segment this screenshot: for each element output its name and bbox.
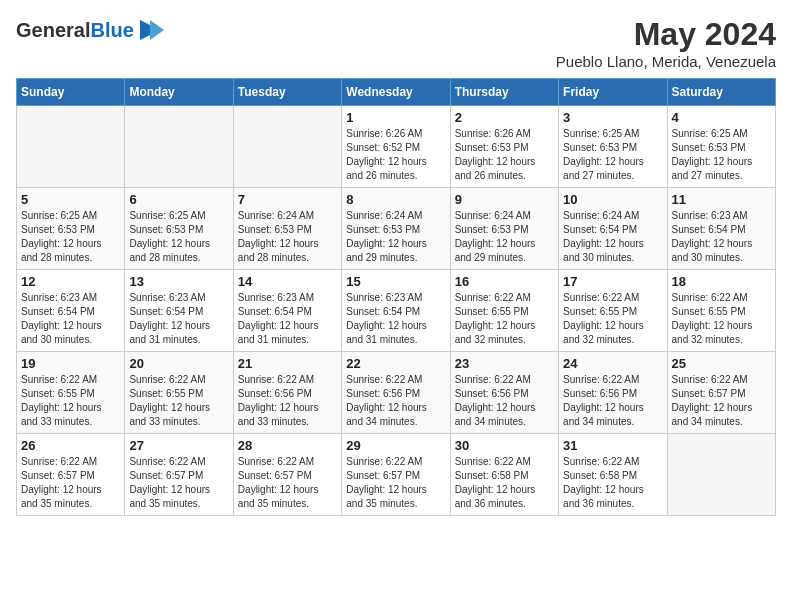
day-number: 20 — [129, 356, 228, 371]
calendar-week-3: 12Sunrise: 6:23 AM Sunset: 6:54 PM Dayli… — [17, 270, 776, 352]
day-detail: Sunrise: 6:22 AM Sunset: 6:55 PM Dayligh… — [563, 291, 662, 347]
calendar-table: SundayMondayTuesdayWednesdayThursdayFrid… — [16, 78, 776, 516]
day-detail: Sunrise: 6:22 AM Sunset: 6:56 PM Dayligh… — [563, 373, 662, 429]
header-monday: Monday — [125, 79, 233, 106]
calendar-cell: 7Sunrise: 6:24 AM Sunset: 6:53 PM Daylig… — [233, 188, 341, 270]
day-number: 15 — [346, 274, 445, 289]
day-detail: Sunrise: 6:24 AM Sunset: 6:54 PM Dayligh… — [563, 209, 662, 265]
day-number: 7 — [238, 192, 337, 207]
calendar-cell: 2Sunrise: 6:26 AM Sunset: 6:53 PM Daylig… — [450, 106, 558, 188]
day-number: 12 — [21, 274, 120, 289]
calendar-cell: 5Sunrise: 6:25 AM Sunset: 6:53 PM Daylig… — [17, 188, 125, 270]
day-number: 23 — [455, 356, 554, 371]
day-detail: Sunrise: 6:22 AM Sunset: 6:57 PM Dayligh… — [21, 455, 120, 511]
logo-icon — [136, 16, 164, 44]
header-sunday: Sunday — [17, 79, 125, 106]
day-number: 6 — [129, 192, 228, 207]
calendar-cell: 11Sunrise: 6:23 AM Sunset: 6:54 PM Dayli… — [667, 188, 775, 270]
calendar-cell: 10Sunrise: 6:24 AM Sunset: 6:54 PM Dayli… — [559, 188, 667, 270]
day-detail: Sunrise: 6:26 AM Sunset: 6:53 PM Dayligh… — [455, 127, 554, 183]
calendar-cell: 31Sunrise: 6:22 AM Sunset: 6:58 PM Dayli… — [559, 434, 667, 516]
calendar-cell: 25Sunrise: 6:22 AM Sunset: 6:57 PM Dayli… — [667, 352, 775, 434]
header-friday: Friday — [559, 79, 667, 106]
day-number: 29 — [346, 438, 445, 453]
day-detail: Sunrise: 6:22 AM Sunset: 6:57 PM Dayligh… — [129, 455, 228, 511]
calendar-cell: 3Sunrise: 6:25 AM Sunset: 6:53 PM Daylig… — [559, 106, 667, 188]
day-number: 5 — [21, 192, 120, 207]
day-number: 18 — [672, 274, 771, 289]
calendar-cell: 29Sunrise: 6:22 AM Sunset: 6:57 PM Dayli… — [342, 434, 450, 516]
calendar-cell: 15Sunrise: 6:23 AM Sunset: 6:54 PM Dayli… — [342, 270, 450, 352]
calendar-cell — [17, 106, 125, 188]
day-number: 14 — [238, 274, 337, 289]
day-detail: Sunrise: 6:25 AM Sunset: 6:53 PM Dayligh… — [672, 127, 771, 183]
day-number: 31 — [563, 438, 662, 453]
calendar-cell: 20Sunrise: 6:22 AM Sunset: 6:55 PM Dayli… — [125, 352, 233, 434]
day-number: 25 — [672, 356, 771, 371]
day-number: 1 — [346, 110, 445, 125]
day-detail: Sunrise: 6:22 AM Sunset: 6:58 PM Dayligh… — [455, 455, 554, 511]
calendar-cell — [125, 106, 233, 188]
calendar-cell: 19Sunrise: 6:22 AM Sunset: 6:55 PM Dayli… — [17, 352, 125, 434]
page-header: GeneralBlue May 2024 Pueblo Llano, Merid… — [16, 16, 776, 70]
day-number: 26 — [21, 438, 120, 453]
day-detail: Sunrise: 6:23 AM Sunset: 6:54 PM Dayligh… — [238, 291, 337, 347]
day-detail: Sunrise: 6:25 AM Sunset: 6:53 PM Dayligh… — [129, 209, 228, 265]
calendar-cell — [667, 434, 775, 516]
day-number: 21 — [238, 356, 337, 371]
day-detail: Sunrise: 6:22 AM Sunset: 6:57 PM Dayligh… — [346, 455, 445, 511]
location-subtitle: Pueblo Llano, Merida, Venezuela — [556, 53, 776, 70]
month-year-title: May 2024 — [556, 16, 776, 53]
calendar-cell: 27Sunrise: 6:22 AM Sunset: 6:57 PM Dayli… — [125, 434, 233, 516]
day-detail: Sunrise: 6:22 AM Sunset: 6:57 PM Dayligh… — [238, 455, 337, 511]
day-number: 2 — [455, 110, 554, 125]
calendar-cell: 1Sunrise: 6:26 AM Sunset: 6:52 PM Daylig… — [342, 106, 450, 188]
day-number: 10 — [563, 192, 662, 207]
day-detail: Sunrise: 6:23 AM Sunset: 6:54 PM Dayligh… — [672, 209, 771, 265]
day-number: 17 — [563, 274, 662, 289]
title-section: May 2024 Pueblo Llano, Merida, Venezuela — [556, 16, 776, 70]
day-detail: Sunrise: 6:24 AM Sunset: 6:53 PM Dayligh… — [238, 209, 337, 265]
header-thursday: Thursday — [450, 79, 558, 106]
calendar-cell: 24Sunrise: 6:22 AM Sunset: 6:56 PM Dayli… — [559, 352, 667, 434]
logo-blue: Blue — [90, 19, 133, 41]
calendar-cell: 18Sunrise: 6:22 AM Sunset: 6:55 PM Dayli… — [667, 270, 775, 352]
day-detail: Sunrise: 6:22 AM Sunset: 6:56 PM Dayligh… — [346, 373, 445, 429]
calendar-cell — [233, 106, 341, 188]
day-detail: Sunrise: 6:23 AM Sunset: 6:54 PM Dayligh… — [346, 291, 445, 347]
calendar-cell: 8Sunrise: 6:24 AM Sunset: 6:53 PM Daylig… — [342, 188, 450, 270]
day-number: 16 — [455, 274, 554, 289]
calendar-cell: 9Sunrise: 6:24 AM Sunset: 6:53 PM Daylig… — [450, 188, 558, 270]
day-number: 11 — [672, 192, 771, 207]
calendar-cell: 17Sunrise: 6:22 AM Sunset: 6:55 PM Dayli… — [559, 270, 667, 352]
day-detail: Sunrise: 6:22 AM Sunset: 6:55 PM Dayligh… — [21, 373, 120, 429]
calendar-cell: 14Sunrise: 6:23 AM Sunset: 6:54 PM Dayli… — [233, 270, 341, 352]
day-detail: Sunrise: 6:22 AM Sunset: 6:56 PM Dayligh… — [455, 373, 554, 429]
day-detail: Sunrise: 6:25 AM Sunset: 6:53 PM Dayligh… — [21, 209, 120, 265]
day-detail: Sunrise: 6:24 AM Sunset: 6:53 PM Dayligh… — [455, 209, 554, 265]
calendar-week-4: 19Sunrise: 6:22 AM Sunset: 6:55 PM Dayli… — [17, 352, 776, 434]
calendar-cell: 13Sunrise: 6:23 AM Sunset: 6:54 PM Dayli… — [125, 270, 233, 352]
header-tuesday: Tuesday — [233, 79, 341, 106]
day-detail: Sunrise: 6:22 AM Sunset: 6:55 PM Dayligh… — [129, 373, 228, 429]
logo: GeneralBlue — [16, 16, 164, 44]
svg-marker-1 — [150, 20, 164, 40]
calendar-header-row: SundayMondayTuesdayWednesdayThursdayFrid… — [17, 79, 776, 106]
day-detail: Sunrise: 6:23 AM Sunset: 6:54 PM Dayligh… — [129, 291, 228, 347]
calendar-cell: 6Sunrise: 6:25 AM Sunset: 6:53 PM Daylig… — [125, 188, 233, 270]
day-number: 24 — [563, 356, 662, 371]
day-number: 28 — [238, 438, 337, 453]
calendar-cell: 22Sunrise: 6:22 AM Sunset: 6:56 PM Dayli… — [342, 352, 450, 434]
day-number: 9 — [455, 192, 554, 207]
calendar-cell: 26Sunrise: 6:22 AM Sunset: 6:57 PM Dayli… — [17, 434, 125, 516]
day-detail: Sunrise: 6:22 AM Sunset: 6:57 PM Dayligh… — [672, 373, 771, 429]
logo-general: General — [16, 19, 90, 41]
calendar-cell: 4Sunrise: 6:25 AM Sunset: 6:53 PM Daylig… — [667, 106, 775, 188]
day-detail: Sunrise: 6:22 AM Sunset: 6:55 PM Dayligh… — [455, 291, 554, 347]
day-number: 19 — [21, 356, 120, 371]
day-detail: Sunrise: 6:23 AM Sunset: 6:54 PM Dayligh… — [21, 291, 120, 347]
day-detail: Sunrise: 6:22 AM Sunset: 6:55 PM Dayligh… — [672, 291, 771, 347]
calendar-week-2: 5Sunrise: 6:25 AM Sunset: 6:53 PM Daylig… — [17, 188, 776, 270]
header-wednesday: Wednesday — [342, 79, 450, 106]
day-number: 13 — [129, 274, 228, 289]
